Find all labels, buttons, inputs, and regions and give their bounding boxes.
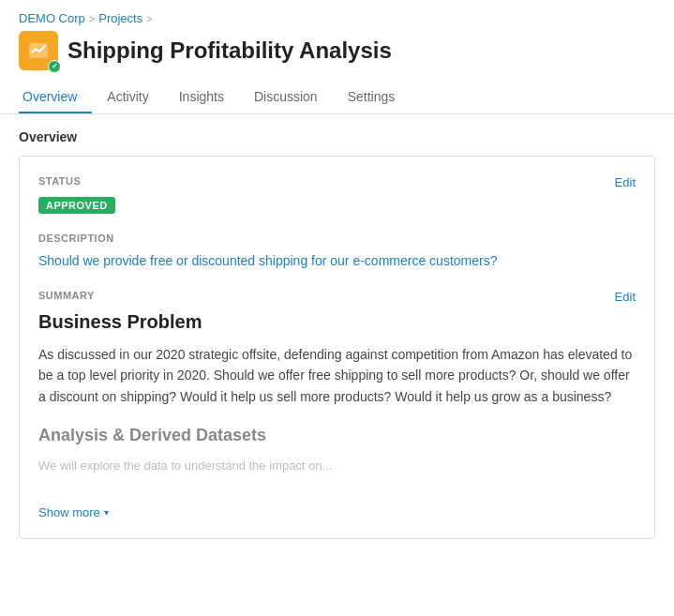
tab-overview[interactable]: Overview — [19, 82, 92, 113]
breadcrumb-company[interactable]: DEMO Corp — [19, 11, 85, 25]
summary-body: As discussed in our 2020 strategic offsi… — [38, 344, 636, 407]
description-text: Should we provide free or discounted shi… — [38, 251, 636, 271]
breadcrumb-sep1: > — [89, 13, 95, 24]
status-header: STATUS Edit — [38, 175, 636, 189]
chevron-down-icon: ▾ — [104, 507, 109, 518]
tab-activity[interactable]: Activity — [92, 82, 163, 113]
tab-insights[interactable]: Insights — [164, 82, 239, 113]
status-edit-button[interactable]: Edit — [615, 175, 636, 189]
page-header: DEMO Corp > Projects > Shipping Profitab… — [0, 0, 674, 114]
breadcrumb: DEMO Corp > Projects > — [19, 11, 655, 25]
page-title: Shipping Profitability Analysis — [67, 38, 392, 64]
description-section: DESCRIPTION Should we provide free or di… — [38, 233, 636, 271]
description-label: DESCRIPTION — [38, 233, 114, 244]
summary-edit-button[interactable]: Edit — [615, 290, 636, 304]
main-content: Overview STATUS Edit APPROVED DESCRIPTIO… — [0, 114, 674, 554]
summary-header: SUMMARY Edit — [38, 290, 636, 304]
status-section: STATUS Edit APPROVED — [38, 175, 636, 214]
nav-tabs: Overview Activity Insights Discussion Se… — [19, 82, 655, 113]
breadcrumb-sep2: > — [146, 13, 152, 24]
show-more-label: Show more — [38, 505, 100, 519]
summary-section: SUMMARY Edit Business Problem As discuss… — [38, 290, 636, 407]
summary-title: Business Problem — [38, 311, 636, 333]
show-more-button[interactable]: Show more ▾ — [38, 505, 109, 519]
approved-badge — [48, 60, 61, 73]
summary-label: SUMMARY — [38, 290, 95, 301]
status-badge: APPROVED — [38, 197, 115, 214]
project-icon — [19, 31, 58, 70]
tab-settings[interactable]: Settings — [333, 82, 411, 113]
analysis-title: Analysis & Derived Datasets — [38, 426, 636, 445]
status-label: STATUS — [38, 175, 81, 187]
analysis-faded-text: We will explore the data to understand t… — [38, 457, 636, 475]
breadcrumb-projects[interactable]: Projects — [98, 11, 142, 25]
analysis-section: Analysis & Derived Datasets We will expl… — [38, 426, 636, 475]
overview-card: STATUS Edit APPROVED DESCRIPTION Should … — [19, 156, 655, 539]
description-header: DESCRIPTION — [38, 233, 636, 244]
title-row: Shipping Profitability Analysis — [19, 31, 655, 70]
tab-discussion[interactable]: Discussion — [239, 82, 333, 113]
overview-section-title: Overview — [19, 129, 655, 144]
